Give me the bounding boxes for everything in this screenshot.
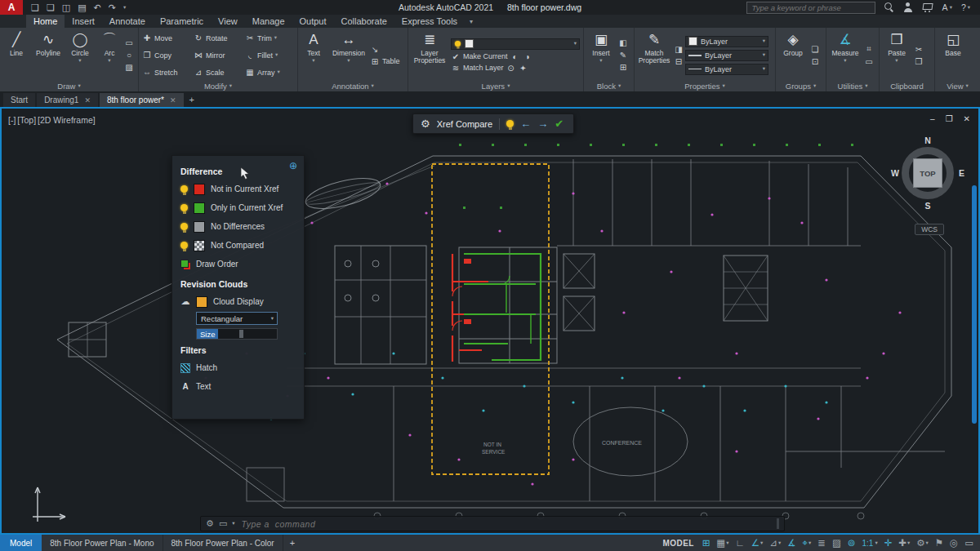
plot-icon[interactable]: ▤: [78, 0, 86, 15]
layer-combo[interactable]: ▾: [451, 38, 580, 50]
tab-drawing1[interactable]: Drawing1 ✕: [37, 93, 98, 107]
view-control[interactable]: [Top]: [17, 115, 36, 125]
group-edit-icon[interactable]: ⊡: [810, 57, 820, 66]
make-current-button[interactable]: ✔ Make Current ◐ ◑: [451, 52, 580, 61]
isolate-objects-icon[interactable]: ◎: [950, 537, 958, 549]
ribbon-display-toggle[interactable]: ▾: [470, 15, 473, 28]
layer-state-icon[interactable]: ◐: [510, 52, 520, 61]
command-input[interactable]: [240, 518, 772, 530]
group-button[interactable]: ◈ Group: [777, 29, 808, 81]
model-space-label[interactable]: MODEL: [663, 539, 694, 548]
checker-color-swatch[interactable]: [194, 240, 205, 251]
sign-in-icon[interactable]: [903, 2, 913, 12]
text-button[interactable]: A Text ▾: [300, 29, 327, 81]
red-color-swatch[interactable]: [194, 184, 205, 195]
tab-home[interactable]: Home: [26, 15, 65, 28]
gear-icon[interactable]: ⚙: [421, 118, 430, 130]
rotate-button[interactable]: ↻Rotate: [192, 29, 243, 47]
linetype-combo[interactable]: ByLayer ▾: [685, 64, 768, 75]
isodraft-icon[interactable]: ⊿▾: [769, 537, 781, 549]
drawing-area[interactable]: CONFERENCE NOT IN SERVICE [-] [Top] [2D …: [0, 107, 980, 535]
tab-output[interactable]: Output: [292, 15, 334, 28]
leader-icon[interactable]: ↘: [370, 45, 380, 54]
cloud-size-field[interactable]: Size: [196, 328, 278, 340]
osnap-tracking-icon[interactable]: ∡: [787, 537, 795, 549]
panel-label-annotation[interactable]: Annotation ▾: [298, 81, 408, 91]
tab-collaborate[interactable]: Collaborate: [334, 15, 394, 28]
insert-button[interactable]: ▣ Insert ▾: [586, 29, 617, 81]
stretch-button[interactable]: ⇔Stretch: [140, 64, 192, 81]
move-button[interactable]: ✚Move: [140, 29, 192, 47]
wcs-indicator[interactable]: WCS: [915, 224, 944, 235]
row-not-compared[interactable]: Not Compared: [180, 236, 304, 255]
highlight-bulb-icon[interactable]: [506, 120, 514, 127]
measure-button[interactable]: ∡ Measure ▾: [828, 29, 862, 81]
restore-icon[interactable]: ❐: [946, 114, 953, 123]
panel-label-block[interactable]: Block ▾: [584, 81, 634, 91]
close-icon[interactable]: ✕: [84, 96, 91, 104]
arc-button[interactable]: ⌒ Arc ▾: [96, 29, 122, 81]
tab-view[interactable]: View: [211, 15, 245, 28]
help-icon[interactable]: ? ▾: [961, 2, 970, 12]
panel-label-properties[interactable]: Properties ▾: [635, 81, 775, 91]
clean-screen-icon[interactable]: ▭: [964, 537, 973, 549]
tab-parametric[interactable]: Parametric: [153, 15, 211, 28]
green-color-swatch[interactable]: [194, 202, 205, 214]
search-icon[interactable]: [884, 2, 894, 12]
create-block-icon[interactable]: ◧: [618, 38, 628, 47]
vertical-scrollbar[interactable]: [972, 185, 977, 424]
tab-insert[interactable]: Insert: [65, 15, 102, 28]
hatch-icon[interactable]: ▨: [124, 63, 134, 72]
dimension-button[interactable]: ↔ Dimension ▾: [329, 29, 368, 81]
layer-isolate-icon[interactable]: ⊙: [506, 64, 516, 73]
bulb-icon[interactable]: [180, 242, 188, 249]
line-button[interactable]: ╱ Line: [2, 29, 31, 81]
panel-label-groups[interactable]: Groups ▾: [776, 81, 826, 91]
row-only-in-current-xref[interactable]: Only in Current Xref: [180, 198, 304, 217]
visual-style-control[interactable]: [2D Wireframe]: [38, 115, 96, 125]
row-no-differences[interactable]: No Differences: [180, 217, 304, 236]
layout-tab-mono[interactable]: 8th Floor Power Plan - Mono: [42, 535, 163, 551]
selection-cycling-icon[interactable]: ⊚: [848, 537, 856, 549]
layout-tab-color[interactable]: 8th Floor Power Plan - Color: [163, 535, 283, 551]
app-logo[interactable]: A: [0, 0, 23, 15]
lineweight-combo[interactable]: ByLayer ▾: [685, 50, 768, 61]
tab-annotate[interactable]: Annotate: [102, 15, 153, 28]
cut-icon[interactable]: ✂: [914, 45, 924, 54]
tab-express-tools[interactable]: Express Tools: [394, 15, 465, 28]
new-layout-button[interactable]: +: [283, 538, 301, 548]
panel-label-draw[interactable]: Draw ▾: [0, 81, 138, 91]
copy-button[interactable]: ❐Copy: [140, 47, 192, 64]
lineweight-icon[interactable]: ≣: [817, 537, 826, 549]
compass-south[interactable]: S: [924, 201, 930, 211]
command-line[interactable]: ⚙ ▭ ▾: [200, 516, 785, 531]
match-layer-button[interactable]: ≋ Match Layer ⊙ ✦: [451, 64, 580, 73]
paste-button[interactable]: ❒ Paste ▾: [881, 29, 912, 81]
match-properties-button[interactable]: ✎ Match Properties: [636, 29, 672, 81]
object-color-combo[interactable]: ByLayer ▾: [685, 36, 768, 47]
panel-label-modify[interactable]: Modify ▾: [139, 81, 297, 91]
autoscale-icon[interactable]: ✚▾: [898, 537, 910, 549]
tab-start[interactable]: Start: [3, 93, 35, 107]
close-icon[interactable]: ✕: [964, 114, 970, 123]
tab-8th-floor-power[interactable]: 8th floor power* ✕: [100, 93, 184, 107]
keyword-search[interactable]: [746, 2, 875, 14]
osnap-icon[interactable]: ⌖▾: [803, 538, 812, 549]
panel-label-layers[interactable]: Layers ▾: [408, 81, 583, 91]
polar-tracking-icon[interactable]: ∠▾: [751, 537, 764, 549]
compass-west[interactable]: W: [891, 168, 899, 178]
autodesk-app-menu[interactable]: A ▾: [942, 2, 952, 12]
row-draw-order[interactable]: Draw Order: [180, 255, 304, 273]
new-file-icon[interactable]: ❑: [31, 0, 39, 15]
layer-lock-icon[interactable]: ✦: [519, 64, 528, 73]
circle-button[interactable]: ◯ Circle ▾: [65, 29, 95, 81]
save-icon[interactable]: ◫: [62, 0, 70, 15]
annotation-monitor-icon[interactable]: ⚑: [935, 537, 943, 549]
grid-icon[interactable]: ⊞: [702, 537, 710, 549]
block-attributes-icon[interactable]: ⊞: [618, 63, 628, 72]
tab-manage[interactable]: Manage: [245, 15, 292, 28]
transparency-icon[interactable]: ▨: [832, 537, 841, 549]
orange-color-swatch[interactable]: [196, 296, 207, 308]
compass-north[interactable]: N: [924, 136, 931, 145]
close-icon[interactable]: ✕: [170, 96, 176, 104]
